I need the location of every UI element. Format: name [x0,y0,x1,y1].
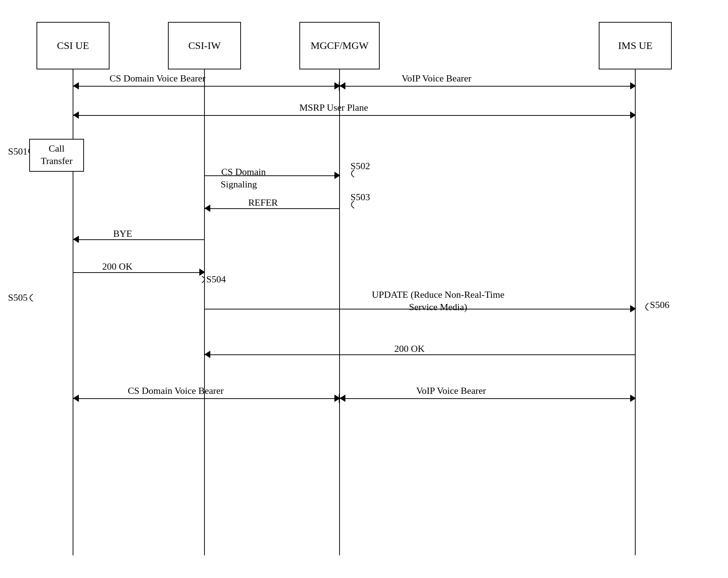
ok-update-arrowhead [204,351,210,358]
s506-curve [641,301,652,312]
entity-mgcf-mgw: MGCF/MGW [299,22,380,69]
s503-curve [347,199,358,210]
msrp-label: MSRP User Plane [299,102,368,113]
entity-csi-iw: CSI-IW [168,22,241,69]
cs-domain-voice-bearer-bot-arrowhead-l [73,395,79,402]
refer-line [204,208,340,209]
update-text: UPDATE (Reduce Non-Real-TimeService Medi… [372,289,505,312]
cs-domain-signaling-arrowhead [334,172,340,179]
lifeline-mgcf-mgw [339,69,340,555]
lifeline-csi-iw [204,69,205,555]
msrp-arrowhead-r [630,111,636,119]
entity-csi-ue: CSI UE [37,22,110,69]
voip-voice-bearer-bot-label: VoIP Voice Bearer [416,385,486,396]
voip-voice-bearer-top-arrowhead-l [340,82,345,90]
voip-voice-bearer-top-arrowhead-r [630,82,636,90]
voip-voice-bearer-bot-arrowhead-r [630,395,636,402]
voip-voice-bearer-top-label: VoIP Voice Bearer [402,73,471,84]
bye-line [73,239,204,240]
ok-s504-line [73,272,204,273]
ok-update-label: 200 OK [394,343,425,354]
cs-domain-voice-bearer-bot-line [73,398,340,399]
voip-voice-bearer-top-line [340,86,635,87]
call-transfer-box: Call Transfer [29,139,84,172]
call-transfer-label: Call Transfer [41,143,72,166]
entity-ims-ue-label: IMS UE [618,40,652,52]
msrp-arrowhead-l [73,111,79,119]
refer-arrowhead [204,205,210,212]
entity-ims-ue: IMS UE [599,22,672,69]
refer-label: REFER [248,197,278,208]
cs-domain-signaling-label: CS DomainSignaling [212,153,266,203]
update-label: UPDATE (Reduce Non-Real-TimeService Medi… [365,289,511,313]
cs-domain-voice-bearer-top-arrowhead-l [73,82,79,90]
lifeline-ims-ue [635,69,636,555]
entity-csi-iw-label: CSI-IW [188,40,221,52]
cs-domain-voice-bearer-top-line [73,86,340,87]
s502-curve [347,168,358,179]
bye-arrowhead [73,236,79,243]
cs-domain-voice-bearer-bot-label: CS Domain Voice Bearer [128,385,224,396]
ok-update-line [204,354,635,355]
bye-label: BYE [113,228,132,239]
s505-curve [26,292,34,303]
ok-s504-label: 200 OK [102,261,133,272]
cs-domain-signaling-text: CS DomainSignaling [221,167,266,190]
entity-mgcf-mgw-label: MGCF/MGW [311,40,369,52]
s506-label: S506 [650,300,669,311]
entity-csi-ue-label: CSI UE [57,40,89,52]
s504-curve [200,276,211,284]
voip-voice-bearer-bot-arrowhead-l [340,395,345,402]
cs-domain-voice-bearer-top-label: CS Domain Voice Bearer [110,73,206,84]
update-arrowhead [630,305,636,312]
ok-s504-arrowhead [199,269,205,276]
voip-voice-bearer-bot-line [340,398,635,399]
msrp-line [73,115,635,116]
s505-label: S505 [8,292,27,303]
